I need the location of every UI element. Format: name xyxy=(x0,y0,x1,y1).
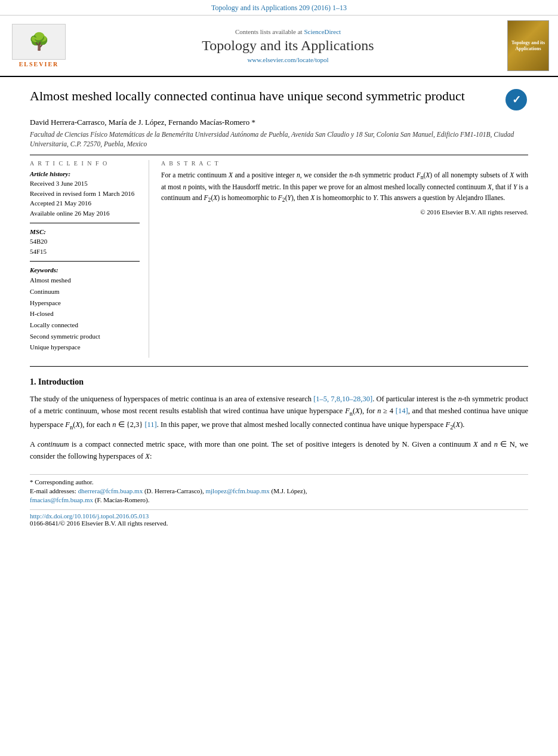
author-3: (F. Macías-Romero). xyxy=(95,496,150,503)
article-history: Article history: Received 3 June 2015 Re… xyxy=(30,170,140,218)
cover-title: Topology and its Applications xyxy=(510,40,546,51)
author-1: (D. Herrera-Carrasco), xyxy=(144,487,204,494)
intro-paragraph-1: The study of the uniqueness of hyperspac… xyxy=(30,393,528,432)
ref-link-11[interactable]: [11] xyxy=(144,420,156,429)
msc2: 54F15 xyxy=(30,247,140,257)
divider-2 xyxy=(30,366,528,367)
email-1[interactable]: dherrera@fcfm.buap.mx xyxy=(78,487,143,494)
received-date: Received 3 June 2015 xyxy=(30,179,140,189)
footnote-section: * Corresponding author. E-mail addresses… xyxy=(30,474,528,503)
abstract-text: For a metric continuum X and a positive … xyxy=(161,170,528,205)
history-label: Article history: xyxy=(30,170,140,177)
corresponding-author: * Corresponding author. xyxy=(30,478,528,485)
issn-text: 0166-8641/© 2016 Elsevier B.V. All right… xyxy=(30,520,168,527)
keyword-item: Continuum xyxy=(30,286,140,297)
corresponding-text: * Corresponding author. xyxy=(30,478,94,485)
journal-url[interactable]: www.elsevier.com/locate/topol xyxy=(72,56,504,63)
keywords-section: Keywords: Almost meshedContinuumHyperspa… xyxy=(30,266,140,353)
ref-link-1[interactable]: [1–5, 7,8,10–28,30] xyxy=(313,395,372,403)
divider-msc xyxy=(30,261,140,262)
doi-url[interactable]: http://dx.doi.org/10.1016/j.topol.2016.0… xyxy=(30,512,149,520)
paper-body: Almost meshed locally connected continua… xyxy=(0,77,558,537)
divider-info xyxy=(30,223,140,223)
keyword-item: Second symmetric product xyxy=(30,331,140,342)
intro-paragraph-2: A continuum is a compact connected metri… xyxy=(30,438,528,462)
journal-citation: Topology and its Applications 209 (2016)… xyxy=(0,0,558,16)
abstract-heading: A B S T R A C T xyxy=(161,160,528,167)
elsevier-tree-icon: 🌳 xyxy=(29,33,50,50)
journal-center-info: Contents lists available at ScienceDirec… xyxy=(72,28,504,63)
article-info-abstract: A R T I C L E I N F O Article history: R… xyxy=(30,160,528,358)
section-1-heading: 1. Introduction xyxy=(30,377,528,387)
science-direct-link[interactable]: ScienceDirect xyxy=(304,28,341,35)
journal-title: Topology and its Applications xyxy=(72,38,504,54)
msc-section: MSC: 54B20 54F15 xyxy=(30,228,140,256)
keyword-item: Almost meshed xyxy=(30,275,140,286)
email-line: E-mail addresses: dherrera@fcfm.buap.mx … xyxy=(30,487,528,494)
author-2: (M.J. López), xyxy=(272,487,307,494)
email-line-3: fmacias@fcfm.buap.mx (F. Macías-Romero). xyxy=(30,496,528,503)
keywords-list: Almost meshedContinuumHyperspaceH-closed… xyxy=(30,275,140,353)
keywords-label: Keywords: xyxy=(30,266,140,273)
email-2[interactable]: mjlopez@fcfm.buap.mx xyxy=(206,487,270,494)
emails-label: E-mail addresses: xyxy=(30,487,76,494)
doi-section: http://dx.doi.org/10.1016/j.topol.2016.0… xyxy=(30,509,528,527)
affiliation-text: Facultad de Ciencias Físico Matemáticas … xyxy=(30,130,528,149)
crossmark-icon: ✓ xyxy=(505,89,527,110)
authors-line: David Herrera-Carrasco, María de J. Lópe… xyxy=(30,118,528,127)
contents-available-label: Contents lists available at ScienceDirec… xyxy=(72,28,504,35)
msc-label: MSC: xyxy=(30,228,140,235)
accepted-date: Accepted 21 May 2016 xyxy=(30,198,140,208)
article-info-heading: A R T I C L E I N F O xyxy=(30,160,140,167)
journal-header: 🌳 ELSEVIER Contents lists available at S… xyxy=(0,16,558,77)
email-3[interactable]: fmacias@fcfm.buap.mx xyxy=(30,496,93,503)
elsevier-logo-image: 🌳 xyxy=(12,24,66,60)
elsevier-logo-box: 🌳 ELSEVIER xyxy=(6,24,72,67)
divider-1 xyxy=(30,155,528,155)
article-info-column: A R T I C L E I N F O Article history: R… xyxy=(30,160,149,358)
journal-cover-box: Topology and its Applications xyxy=(504,20,552,71)
keyword-item: H-closed xyxy=(30,308,140,319)
keyword-item: Unique hyperspace xyxy=(30,342,140,353)
elsevier-label: ELSEVIER xyxy=(19,61,59,67)
section-1-title: Introduction xyxy=(38,377,84,386)
paper-title: Almost meshed locally connected continua… xyxy=(30,88,498,105)
title-section: Almost meshed locally connected continua… xyxy=(30,88,528,112)
msc1: 54B20 xyxy=(30,236,140,247)
abstract-column: A B S T R A C T For a metric continuum X… xyxy=(161,160,528,358)
authors-text: David Herrera-Carrasco, María de J. Lópe… xyxy=(30,118,255,127)
revised-date: Received in revised form 1 March 2016 xyxy=(30,189,140,199)
ref-link-14[interactable]: [14] xyxy=(396,407,408,415)
journal-citation-text: Topology and its Applications 209 (2016)… xyxy=(211,4,347,12)
keyword-item: Hyperspace xyxy=(30,297,140,309)
journal-cover-image: Topology and its Applications xyxy=(507,20,549,71)
section-1-number: 1. xyxy=(30,377,36,386)
keyword-item: Locally connected xyxy=(30,319,140,331)
copyright-text: © 2016 Elsevier B.V. All rights reserved… xyxy=(161,208,528,216)
crossmark-badge: ✓ xyxy=(504,88,528,112)
online-date: Available online 26 May 2016 xyxy=(30,208,140,219)
